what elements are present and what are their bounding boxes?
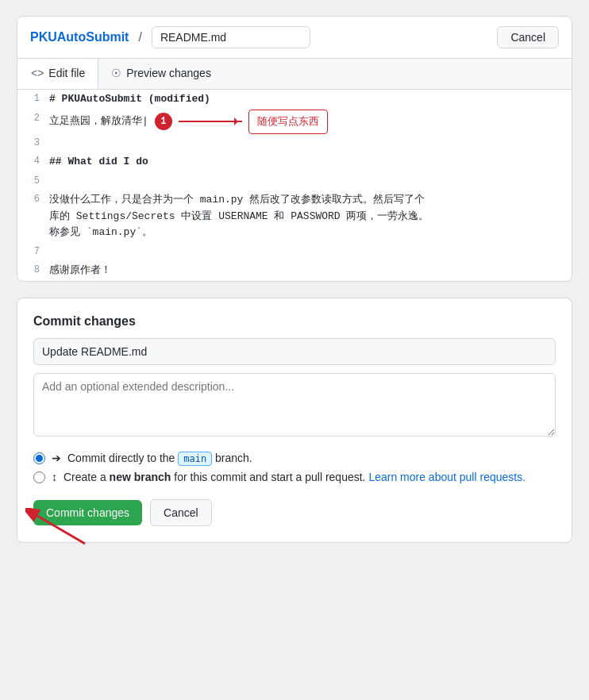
line-content-4: ## What did I do [49, 152, 572, 172]
line-number-1: 1 [17, 90, 49, 108]
commit-panel-title: Commit changes [33, 314, 556, 329]
action-row: Commit changes Cancel [33, 499, 556, 526]
eye-icon: ☉ [111, 67, 121, 79]
branch-badge: main [178, 452, 212, 466]
line-content-8: 感谢原作者！ [49, 261, 572, 281]
code-icon: <> [31, 67, 44, 79]
line-content-3 [49, 134, 572, 137]
line-content-5 [49, 172, 572, 175]
annotation-box: 随便写点东西 [248, 110, 328, 134]
radio-new-branch[interactable]: ↕ Create a new branch for this commit an… [33, 471, 556, 483]
editor-panel: PKUAutoSubmit / Cancel <> Edit file ☉ Pr… [17, 16, 572, 282]
commit-description-textarea[interactable] [33, 373, 556, 437]
repo-link[interactable]: PKUAutoSubmit [30, 30, 129, 44]
editor-content: 1 # PKUAutoSubmit (modified) 2 立足燕园，解放清华… [17, 90, 572, 281]
tab-preview-label: Preview changes [126, 67, 211, 79]
tab-edit-label: Edit file [48, 67, 85, 79]
radio-direct-commit[interactable]: ➔ Commit directly to the main branch. [33, 452, 556, 464]
line-number-2: 2 [17, 110, 49, 128]
git-branch-icon: ➔ [52, 452, 61, 464]
annotation-line [179, 121, 242, 122]
line-number-3: 3 [17, 134, 49, 152]
filename-input[interactable] [152, 26, 310, 48]
tab-edit[interactable]: <> Edit file [17, 59, 98, 89]
annotation-container: 立足燕园，解放清华| 1 随便写点东西 [49, 110, 328, 134]
code-line-5: 5 [17, 172, 572, 190]
pull-request-icon: ↕ [52, 471, 57, 483]
learn-more-link[interactable]: Learn more about pull requests. [368, 471, 525, 483]
radio-new-branch-input[interactable] [33, 471, 45, 483]
line-number-7: 7 [17, 243, 49, 261]
arrow-annotation [25, 508, 89, 550]
radio-direct-label: Commit directly to the main branch. [67, 452, 252, 464]
line-content-6: 没做什么工作，只是合并为一个 main.py 然后改了改参数读取方式。然后写了个… [49, 190, 572, 243]
commit-summary-input[interactable] [33, 338, 556, 365]
code-line-1: 1 # PKUAutoSubmit (modified) [17, 90, 572, 110]
code-line-2: 2 立足燕园，解放清华| 1 随便写点东西 [17, 110, 572, 134]
radio-new-branch-label: Create a new branch for this commit and … [64, 471, 525, 483]
new-branch-text: new branch [110, 471, 171, 483]
tab-preview[interactable]: ☉ Preview changes [98, 59, 224, 89]
line-content-2: 立足燕园，解放清华| [49, 112, 148, 132]
line-number-8: 8 [17, 261, 49, 279]
code-line-3: 3 [17, 134, 572, 152]
line-content-7 [49, 243, 572, 246]
editor-tabs: <> Edit file ☉ Preview changes [17, 59, 572, 90]
path-separator: / [138, 30, 141, 44]
arrow-svg [25, 508, 89, 548]
cancel-button-top[interactable]: Cancel [497, 26, 559, 48]
line-number-6: 6 [17, 190, 49, 209]
radio-direct-input[interactable] [33, 452, 45, 464]
code-line-8: 8 感谢原作者！ [17, 261, 572, 281]
svg-line-1 [37, 516, 85, 544]
code-line-6: 6 没做什么工作，只是合并为一个 main.py 然后改了改参数读取方式。然后写… [17, 190, 572, 243]
code-line-7: 7 [17, 243, 572, 261]
line-number-4: 4 [17, 152, 49, 171]
cancel-button-bottom[interactable]: Cancel [150, 499, 212, 526]
code-line-4: 4 ## What did I do [17, 152, 572, 172]
commit-panel: Commit changes ➔ Commit directly to the … [17, 298, 572, 543]
editor-header: PKUAutoSubmit / Cancel [17, 17, 572, 59]
annotation-bubble: 1 [155, 113, 172, 130]
line-content-1: # PKUAutoSubmit (modified) [49, 90, 572, 110]
radio-group: ➔ Commit directly to the main branch. ↕ … [33, 452, 556, 483]
line-number-5: 5 [17, 172, 49, 190]
